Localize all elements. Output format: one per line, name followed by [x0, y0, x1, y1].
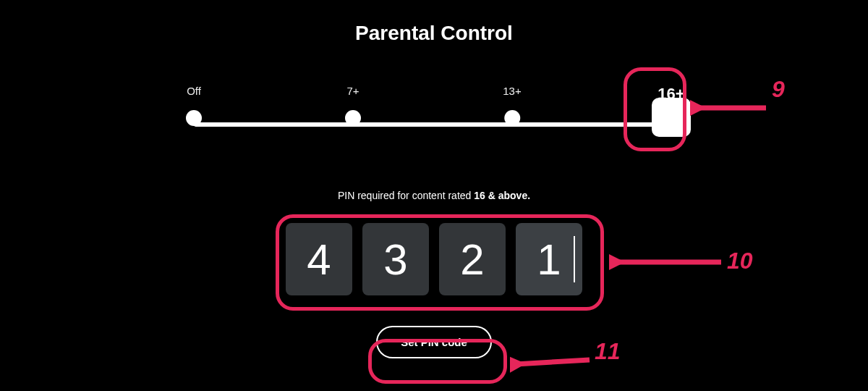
pin-digit-4[interactable]: 1 — [516, 223, 582, 295]
slider-dot — [345, 110, 361, 126]
slider-dot — [504, 110, 520, 126]
slider-stop-16plus[interactable]: 16+ — [652, 85, 691, 137]
slider-stop-off[interactable]: Off — [186, 85, 202, 126]
set-pin-button[interactable]: Set PIN code — [376, 326, 492, 358]
slider-dot — [186, 110, 202, 126]
page-title: Parental Control — [355, 22, 513, 45]
hint-text: PIN required for content rated — [338, 190, 474, 201]
slider-label: 13+ — [503, 85, 521, 97]
slider-label: 7+ — [345, 85, 361, 97]
pin-digit-2[interactable]: 3 — [362, 223, 429, 295]
pin-digit-1[interactable]: 4 — [286, 223, 352, 295]
slider-knob[interactable] — [652, 98, 691, 137]
pin-input-row[interactable]: 4 3 2 1 — [286, 223, 582, 295]
pin-digit-3[interactable]: 2 — [439, 223, 506, 295]
slider-stop-13plus[interactable]: 13+ — [503, 85, 521, 126]
rating-slider[interactable]: Off 7+ 13+ 16+ — [181, 85, 687, 150]
hint-bold: 16 & above. — [474, 190, 530, 201]
slider-stop-7plus[interactable]: 7+ — [345, 85, 361, 126]
svg-line-5 — [516, 360, 590, 364]
slider-label: Off — [186, 85, 202, 97]
parental-control-panel: Parental Control Off 7+ 13+ 16+ PIN requ… — [0, 0, 868, 358]
pin-hint: PIN required for content rated 16 & abov… — [338, 190, 530, 201]
slider-track — [194, 122, 674, 127]
